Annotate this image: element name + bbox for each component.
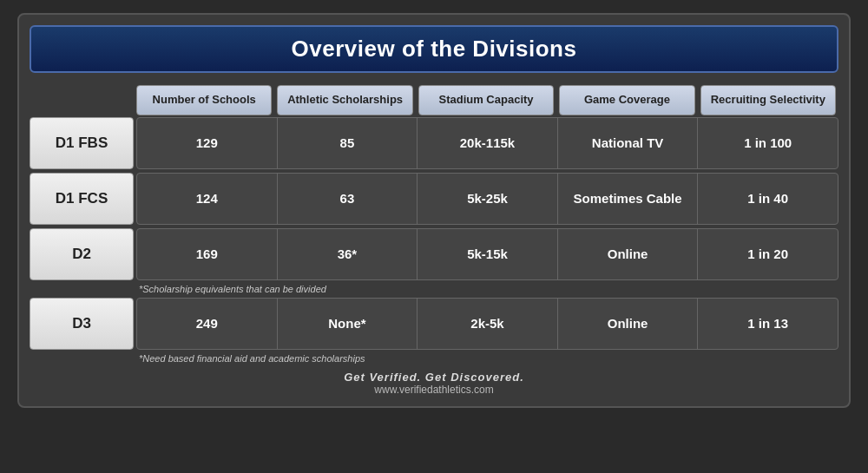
col-header-3: Game Coverage xyxy=(559,85,694,115)
header-row: Number of SchoolsAthletic ScholarshipsSt… xyxy=(30,85,838,115)
data-row-1: D1 FCS124635k-25kSometimes Cable1 in 40 xyxy=(30,173,838,225)
cell-0-2: 20k-115k xyxy=(418,118,558,168)
page-title: Overview of the Divisions xyxy=(31,36,837,62)
col-header-4: Recruiting Selectivity xyxy=(700,85,836,115)
footer: Get Verified. Get Discovered. www.verifi… xyxy=(30,371,838,396)
cell-1-0: 124 xyxy=(137,174,278,224)
title-bar: Overview of the Divisions xyxy=(30,25,838,73)
data-row-3: D3249None*2k-5kOnline1 in 13 xyxy=(30,298,838,350)
cell-2-2: 5k-15k xyxy=(418,229,558,279)
cell-0-3: National TV xyxy=(558,118,699,168)
rows-container: D1 FBS1298520k-115kNational TV1 in 100D1… xyxy=(30,117,838,364)
cell-1-3: Sometimes Cable xyxy=(558,174,699,224)
row-label-3: D3 xyxy=(30,298,134,350)
row-cells-1: 124635k-25kSometimes Cable1 in 40 xyxy=(136,173,838,225)
cell-1-2: 5k-25k xyxy=(418,174,558,224)
cell-3-1: None* xyxy=(278,299,418,349)
cell-1-4: 1 in 40 xyxy=(698,174,838,224)
row-cells-2: 16936*5k-15kOnline1 in 20 xyxy=(136,228,838,280)
cell-0-1: 85 xyxy=(278,118,418,168)
row-cells-0: 1298520k-115kNational TV1 in 100 xyxy=(136,117,838,169)
footer-tagline: Get Verified. Get Discovered. xyxy=(30,371,838,384)
footnote-3: *Need based financial aid and academic s… xyxy=(30,353,838,364)
col-header-2: Stadium Capacity xyxy=(418,85,554,115)
row-cells-3: 249None*2k-5kOnline1 in 13 xyxy=(136,298,838,350)
table-area: Number of SchoolsAthletic ScholarshipsSt… xyxy=(30,85,838,364)
row-label-0: D1 FBS xyxy=(30,117,134,169)
cell-0-0: 129 xyxy=(137,118,278,168)
footer-url: www.verifiedathletics.com xyxy=(30,384,838,396)
col-header-0: Number of Schools xyxy=(136,85,272,115)
main-container: Overview of the Divisions Number of Scho… xyxy=(17,13,851,408)
cell-3-3: Online xyxy=(558,299,699,349)
data-row-0: D1 FBS1298520k-115kNational TV1 in 100 xyxy=(30,117,838,169)
cell-2-0: 169 xyxy=(137,229,278,279)
row-label-1: D1 FCS xyxy=(30,173,134,225)
cell-2-4: 1 in 20 xyxy=(698,229,838,279)
cell-2-1: 36* xyxy=(278,229,418,279)
cell-0-4: 1 in 100 xyxy=(698,118,838,168)
cell-1-1: 63 xyxy=(278,174,418,224)
row-label-2: D2 xyxy=(30,228,134,280)
cell-3-4: 1 in 13 xyxy=(698,299,838,349)
footnote-2: *Scholarship equivalents that can be div… xyxy=(30,284,838,294)
cell-3-0: 249 xyxy=(137,299,278,349)
cell-3-2: 2k-5k xyxy=(418,299,558,349)
cell-2-3: Online xyxy=(558,229,699,279)
data-row-2: D216936*5k-15kOnline1 in 20 xyxy=(30,228,838,280)
col-header-1: Athletic Scholarships xyxy=(277,85,412,115)
